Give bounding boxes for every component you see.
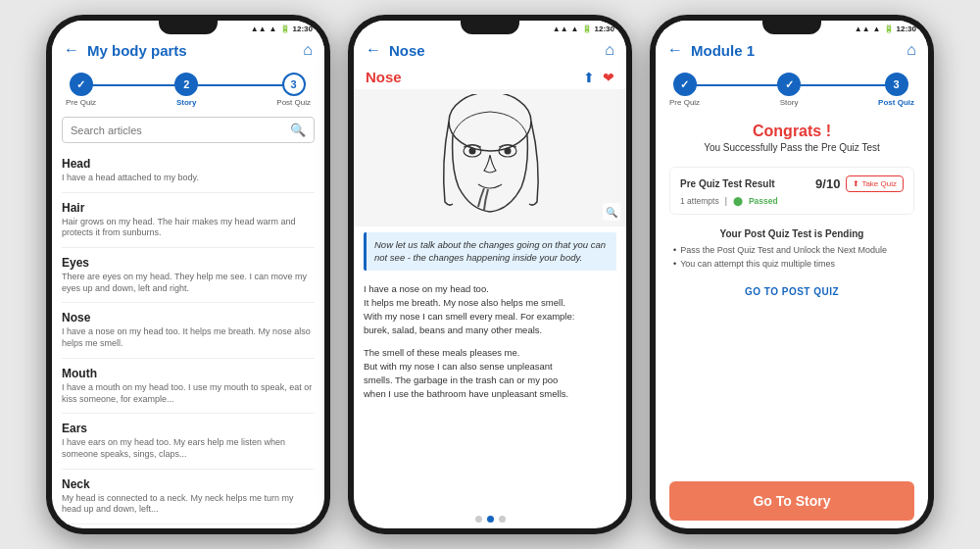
back-arrow-3[interactable]: ← — [667, 41, 683, 59]
step-postquiz-1[interactable]: 3 Post Quiz — [276, 73, 311, 107]
quiz-result-bottom: 1 attempts | ⬤ Passed — [680, 196, 904, 206]
article-desc-ears: I have ears on my head too. My ears help… — [62, 437, 315, 460]
home-icon-3[interactable]: ⌂ — [906, 41, 916, 59]
notch-1 — [159, 21, 218, 34]
story-paragraph-1: I have a nose on my head too.It helps me… — [364, 282, 616, 338]
list-item[interactable]: Mouth I have a mouth on my head too. I u… — [62, 359, 315, 414]
step-label-prequiz-1: Pre Quiz — [66, 98, 96, 107]
article-title-nose: Nose — [62, 311, 315, 324]
list-item[interactable]: Hair Hair grows on my head. The hair mak… — [62, 193, 315, 248]
phone-1-header: ← My body parts ⌂ — [52, 35, 324, 65]
step-postquiz-3[interactable]: 3 Post Quiz — [878, 73, 914, 107]
phones-container: ▲▲ ▲ 🔋 12:30 ← My body parts ⌂ ✓ Pre Qui… — [0, 0, 980, 549]
story-title: Nose — [366, 69, 583, 85]
go-to-story-button[interactable]: Go To Story — [669, 481, 914, 521]
zoom-icon[interactable]: 🔍 — [603, 203, 620, 221]
signal-icon-1: ▲▲ — [251, 25, 267, 33]
dot-1[interactable] — [475, 516, 482, 523]
phone-3: ▲▲ ▲ 🔋 12:30 ← Module 1 ⌂ ✓ Pre Quiz — [650, 15, 934, 534]
step-circle-prequiz-1: ✓ — [70, 73, 93, 96]
phone-1-title: My body parts — [87, 42, 303, 59]
article-title-neck: Neck — [62, 477, 315, 491]
divider: | — [725, 196, 727, 206]
congrats-section: Congrats ! You Successfully Pass the Pre… — [656, 111, 928, 159]
list-item[interactable]: Head I have a head attached to my body. — [62, 149, 315, 193]
quiz-attempts: 1 attempts — [680, 196, 719, 206]
dot-2[interactable] — [487, 516, 494, 523]
face-illustration — [431, 94, 549, 222]
story-header: Nose ⬆ ❤ — [354, 65, 626, 89]
status-bar-3: ▲▲ ▲ 🔋 12:30 — [656, 21, 928, 35]
passed-badge: Passed — [749, 196, 778, 206]
step-circle-story-1: 2 — [174, 73, 198, 96]
time-2: 12:30 — [595, 25, 614, 33]
step-label-story-1: Story — [176, 98, 196, 107]
articles-list: Head I have a head attached to my body. … — [52, 149, 324, 528]
status-icons-1: ▲▲ ▲ 🔋 12:30 — [251, 25, 313, 33]
progress-steps-1: ✓ Pre Quiz 2 Story 3 Post Quiz — [66, 73, 311, 107]
step-prequiz-1[interactable]: ✓ Pre Quiz — [66, 73, 96, 107]
article-desc-neck: My head is connected to a neck. My neck … — [62, 493, 315, 516]
step-story-1[interactable]: 2 Story — [174, 73, 198, 107]
search-icon[interactable]: 🔍 — [290, 123, 306, 137]
phone-1-screen: ▲▲ ▲ 🔋 12:30 ← My body parts ⌂ ✓ Pre Qui… — [52, 21, 324, 528]
battery-icon-3: 🔋 — [884, 25, 894, 33]
list-item[interactable]: Eyes There are eyes on my head. They hel… — [62, 248, 315, 303]
article-desc-nose: I have a nose on my head too. It helps m… — [62, 326, 315, 349]
svg-point-2 — [469, 148, 476, 155]
phone-1: ▲▲ ▲ 🔋 12:30 ← My body parts ⌂ ✓ Pre Qui… — [46, 15, 330, 534]
back-arrow-1[interactable]: ← — [64, 41, 79, 59]
step-circle-postquiz-1: 3 — [282, 73, 306, 96]
status-icons-3: ▲▲ ▲ 🔋 12:30 — [855, 25, 916, 33]
search-input[interactable] — [71, 125, 290, 136]
spacer — [656, 305, 928, 474]
post-quiz-item-2: • You can attempt this quiz multiple tim… — [673, 259, 910, 269]
wifi-icon-3: ▲ — [873, 25, 881, 33]
story-quote: Now let us talk about the changes going … — [364, 232, 616, 271]
step-story-3[interactable]: ✓ Story — [777, 73, 801, 107]
post-quiz-item-1-text: Pass the Post Quiz Test and Unlock the N… — [680, 245, 887, 255]
progress-steps-3: ✓ Pre Quiz ✓ Story 3 Post Quiz — [669, 73, 914, 107]
story-paragraph-2: The smell of these meals pleases me.But … — [364, 346, 616, 402]
list-item[interactable]: Nose I have a nose on my head too. It he… — [62, 303, 315, 358]
list-item[interactable]: Neck My head is connected to a neck. My … — [62, 470, 315, 524]
quiz-result-label: Pre Quiz Test Result — [680, 178, 775, 189]
article-title-hair: Hair — [62, 201, 315, 215]
notch-3 — [762, 21, 821, 34]
article-title-mouth: Mouth — [62, 367, 315, 380]
time-1: 12:30 — [293, 25, 313, 33]
article-desc-head: I have a head attached to my body. — [62, 173, 315, 184]
phone-3-title: Module 1 — [691, 42, 906, 59]
heart-icon[interactable]: ❤ — [603, 70, 614, 85]
list-item[interactable]: Ears I have ears on my head too. My ears… — [62, 414, 315, 469]
phone-2-title: Nose — [389, 42, 605, 59]
take-quiz-button[interactable]: ⬆ Take Quiz — [846, 175, 904, 192]
phone-2-header: ← Nose ⌂ — [354, 35, 626, 65]
notch-2 — [461, 21, 519, 34]
step-prequiz-3[interactable]: ✓ Pre Quiz — [669, 73, 700, 107]
signal-icon-3: ▲▲ — [855, 25, 870, 33]
story-content: I have a nose on my head too.It helps me… — [354, 276, 626, 510]
dot-3[interactable] — [499, 516, 506, 523]
story-image: 🔍 — [354, 89, 626, 226]
story-icons: ⬆ ❤ — [583, 70, 614, 85]
signal-icon-2: ▲▲ — [553, 25, 568, 33]
quiz-score: 9/10 — [815, 176, 840, 191]
quiz-result-card: Pre Quiz Test Result 9/10 ⬆ Take Quiz 1 … — [669, 167, 914, 215]
post-quiz-item-2-text: You can attempt this quiz multiple times — [680, 259, 835, 269]
phone-3-screen: ▲▲ ▲ 🔋 12:30 ← Module 1 ⌂ ✓ Pre Quiz — [656, 21, 928, 528]
svg-point-4 — [505, 148, 512, 155]
search-bar[interactable]: 🔍 — [62, 117, 315, 143]
phone-2-screen: ▲▲ ▲ 🔋 12:30 ← Nose ⌂ Nose ⬆ ❤ — [354, 21, 626, 528]
home-icon-2[interactable]: ⌂ — [605, 41, 614, 59]
home-icon-1[interactable]: ⌂ — [303, 41, 313, 59]
list-item[interactable]: Breasts I have breasts on my torso. Some… — [62, 524, 315, 528]
step-circle-postquiz-3: 3 — [885, 73, 908, 96]
step-circle-prequiz-3: ✓ — [673, 73, 697, 96]
article-title-ears: Ears — [62, 422, 315, 435]
back-arrow-2[interactable]: ← — [366, 41, 381, 59]
congrats-subtitle: You Successfully Pass the Pre Quiz Test — [669, 142, 914, 153]
quiz-result-top: Pre Quiz Test Result 9/10 ⬆ Take Quiz — [680, 175, 904, 192]
go-to-post-quiz-link[interactable]: GO TO POST QUIZ — [669, 286, 914, 297]
share-icon[interactable]: ⬆ — [583, 70, 595, 85]
